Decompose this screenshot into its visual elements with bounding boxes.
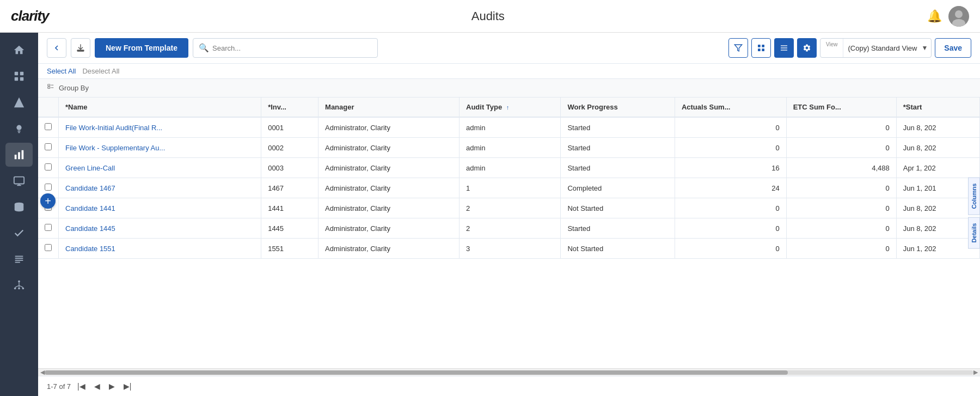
row-checkbox-cell[interactable] [38, 138, 59, 158]
row-name[interactable]: Candidate 1445 [59, 218, 261, 239]
row-name[interactable]: Green Line-Call [59, 158, 261, 178]
row-name[interactable]: File Work - Supplementary Au... [59, 138, 261, 158]
col-header-actuals-sum: Actuals Sum... [675, 98, 786, 117]
svg-rect-40 [48, 87, 50, 88]
col-header-work-progress: Work Progress [561, 98, 675, 117]
row-checkbox[interactable] [45, 224, 52, 231]
next-page-button[interactable]: ▶ [107, 381, 117, 392]
sidebar-item-home[interactable] [5, 38, 33, 62]
scrollbar-track[interactable] [45, 370, 973, 375]
table-row: Candidate 1467 1467 Administrator, Clari… [38, 178, 980, 198]
sidebar-item-monitor[interactable] [5, 169, 33, 193]
row-manager: Administrator, Clarity [318, 178, 460, 198]
row-inv: 0003 [261, 158, 318, 178]
svg-rect-9 [17, 131, 21, 132]
sidebar-item-data[interactable] [5, 195, 33, 219]
view-selector[interactable]: View (Copy) Standard View ▼ (Copy) Stand… [820, 38, 932, 58]
add-row-button[interactable]: + [40, 193, 56, 209]
row-manager: Administrator, Clarity [318, 117, 460, 138]
sidebar-item-analytics[interactable] [5, 90, 33, 114]
details-tab[interactable]: Details [968, 217, 980, 248]
row-checkbox-cell[interactable] [38, 239, 59, 259]
sidebar-item-tasks[interactable] [5, 221, 33, 245]
filter-button[interactable] [728, 38, 748, 58]
scroll-left-arrow[interactable]: ◀ [40, 369, 45, 376]
svg-point-24 [18, 288, 20, 290]
row-manager: Administrator, Clarity [318, 198, 460, 218]
row-inv: 1467 [261, 178, 318, 198]
sidebar-item-dashboard[interactable] [5, 64, 33, 88]
save-button[interactable]: Save [935, 38, 971, 58]
row-inv: 0002 [261, 138, 318, 158]
first-page-button[interactable]: |◀ [75, 381, 88, 392]
columns-tab[interactable]: Columns [968, 177, 980, 215]
row-checkbox[interactable] [45, 123, 52, 130]
row-checkbox[interactable] [45, 143, 52, 150]
prev-page-button[interactable]: ◀ [92, 381, 102, 392]
sidebar-item-org[interactable] [5, 273, 33, 297]
col-header-etc-sum: ETC Sum Fo... [786, 98, 896, 117]
row-checkbox-cell[interactable] [38, 218, 59, 239]
search-box: 🔍 [193, 38, 378, 58]
row-checkbox[interactable] [45, 244, 52, 251]
row-name[interactable]: File Work-Initial Audit(Final R... [59, 117, 261, 138]
row-actuals-sum: 0 [675, 218, 786, 239]
horizontal-scrollbar[interactable]: ◀ ▶ [38, 368, 980, 376]
sidebar-item-ideas[interactable] [5, 117, 33, 141]
row-manager: Administrator, Clarity [318, 138, 460, 158]
back-button[interactable] [47, 38, 66, 58]
row-audit-type: admin [460, 138, 561, 158]
right-tabs: Columns Details [968, 177, 980, 248]
row-inv: 1445 [261, 218, 318, 239]
last-page-button[interactable]: ▶| [121, 381, 134, 392]
sidebar-item-list[interactable] [5, 247, 33, 271]
row-name[interactable]: Candidate 1467 [59, 178, 261, 198]
svg-rect-32 [758, 45, 761, 47]
card-view-button[interactable] [751, 38, 771, 58]
scroll-right-arrow[interactable]: ▶ [973, 369, 978, 376]
svg-point-22 [18, 281, 20, 283]
row-work-progress: Started [561, 158, 675, 178]
row-actuals-sum: 0 [675, 138, 786, 158]
bell-icon[interactable]: 🔔 [927, 9, 942, 23]
search-input[interactable] [212, 44, 372, 52]
row-start: Jun 8, 202 [896, 198, 979, 218]
app-logo: clarity [11, 8, 49, 25]
group-by-bar: Group By [38, 79, 980, 98]
row-actuals-sum: 0 [675, 117, 786, 138]
row-start: Jun 1, 202 [896, 239, 979, 259]
row-checkbox[interactable] [45, 163, 52, 170]
row-actuals-sum: 0 [675, 239, 786, 259]
sub-toolbar: Select All Deselect All [38, 64, 980, 79]
data-table: *Name *Inv... Manager Audit Type ↑ [38, 98, 980, 259]
row-manager: Administrator, Clarity [318, 158, 460, 178]
row-name[interactable]: Candidate 1551 [59, 239, 261, 259]
new-from-template-button[interactable]: New From Template [95, 38, 188, 58]
list-view-button[interactable] [774, 38, 794, 58]
sidebar-item-reports[interactable] [5, 143, 33, 167]
row-checkbox-cell[interactable] [38, 117, 59, 138]
svg-rect-30 [77, 50, 84, 51]
row-etc-sum: 0 [786, 117, 896, 138]
row-manager: Administrator, Clarity [318, 218, 460, 239]
scrollbar-thumb [45, 370, 788, 375]
settings-button[interactable] [797, 38, 817, 58]
avatar[interactable] [948, 6, 969, 27]
svg-rect-3 [15, 72, 18, 75]
row-inv: 1551 [261, 239, 318, 259]
row-checkbox[interactable] [45, 184, 52, 191]
svg-rect-4 [20, 72, 23, 75]
row-audit-type: admin [460, 117, 561, 138]
row-start: Jun 8, 202 [896, 218, 979, 239]
download-button[interactable] [71, 38, 90, 58]
table-area[interactable]: + *Name *Inv... Manager [38, 98, 980, 368]
select-all-button[interactable]: Select All [47, 67, 76, 75]
table-row: Candidate 1441 1441 Administrator, Clari… [38, 198, 980, 218]
row-etc-sum: 0 [786, 239, 896, 259]
col-header-inv: *Inv... [261, 98, 318, 117]
row-checkbox-cell[interactable] [38, 158, 59, 178]
svg-rect-38 [781, 50, 787, 50]
row-name[interactable]: Candidate 1441 [59, 198, 261, 218]
deselect-all-button[interactable]: Deselect All [82, 67, 119, 75]
row-manager: Administrator, Clarity [318, 239, 460, 259]
